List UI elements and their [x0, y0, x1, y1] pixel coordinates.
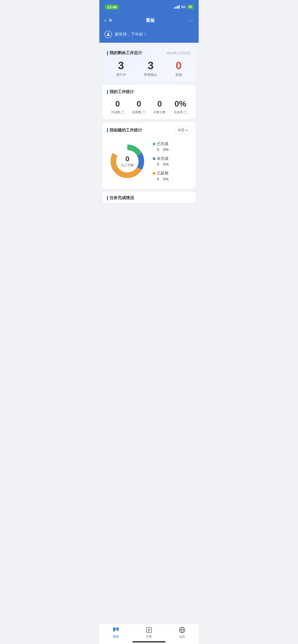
created-stats-card: 我创建的工作统计 今日 ▼ 0 — [102, 122, 196, 189]
summary-card: 我的剩余工作总计 2023年11月03日 3 进行中 3 即将截止 0 延期 — [102, 46, 196, 82]
status-bar: 13:49 5G 45 — [99, 0, 199, 13]
legend-overdue-name: 已延期 — [157, 171, 168, 176]
work-stats-row: 0 完成数 ? 0 延期数 ? 0 回复次数 0% — [107, 99, 191, 114]
summary-card-header: 我的剩余工作总计 2023年11月03日 — [107, 50, 191, 56]
in-progress-count: 3 — [118, 60, 124, 71]
completion-rate-label: 完成率 ? — [174, 110, 187, 114]
legend-completed: 已完成 0 0% — [153, 141, 169, 152]
stat-in-progress: 3 进行中 — [116, 60, 126, 77]
overdue-work-count: 0 — [137, 99, 141, 109]
legend-section: 已完成 0 0% 未完成 0 0% — [153, 141, 169, 181]
title-bar-accent — [107, 51, 108, 55]
upcoming-count: 3 — [148, 60, 154, 71]
filter-pill[interactable]: 今日 ▼ — [175, 127, 191, 134]
stat-upcoming: 3 即将截止 — [144, 60, 157, 77]
completed-legend-count: 0 — [157, 147, 159, 152]
greeting-text: 谢世伟，下午好！ — [115, 32, 147, 37]
created-stats-header: 我创建的工作统计 今日 ▼ — [107, 127, 191, 134]
overdue-count: 0 — [176, 60, 182, 71]
work-stats-card: 我的工作统计 0 完成数 ? 0 延期数 ? 0 回复次数 — [102, 85, 196, 119]
network-label: 5G — [181, 5, 185, 9]
stat-overdue: 0 延期 — [175, 60, 182, 77]
legend-completed-name: 已完成 — [157, 141, 168, 146]
work-stat-replies: 0 回复次数 — [154, 99, 166, 114]
greeting-bar: 谢世伟，下午好！ — [99, 28, 199, 43]
incomplete-legend-pct: 0% — [163, 162, 169, 166]
task-completion-card: 任务完成情况 — [102, 192, 196, 203]
title-bar-accent-2 — [107, 90, 108, 94]
donut-chart: 0 总工作数 — [107, 141, 148, 182]
summary-stats-row: 3 进行中 3 即将截止 0 延期 — [107, 60, 191, 77]
completed-dot — [153, 143, 155, 145]
work-stat-overdue: 0 延期数 ? — [132, 99, 145, 114]
upcoming-label: 即将截止 — [144, 72, 157, 77]
work-stats-header: 我的工作统计 — [107, 89, 191, 95]
chart-section: 0 总工作数 已完成 0 0% — [107, 138, 191, 184]
donut-label: 总工作数 — [121, 163, 134, 168]
title-bar-accent-3 — [107, 128, 108, 133]
created-stats-title: 我创建的工作统计 — [107, 128, 142, 133]
status-time: 13:49 — [104, 4, 119, 10]
overdue-help-icon[interactable]: ? — [142, 111, 145, 114]
completed-help-icon[interactable]: ? — [121, 111, 124, 114]
work-stat-completed: 0 完成数 ? — [111, 99, 124, 114]
main-content: 我的剩余工作总计 2023年11月03日 3 进行中 3 即将截止 0 延期 我… — [99, 43, 199, 223]
svg-point-0 — [107, 33, 109, 34]
donut-center: 0 总工作数 — [121, 155, 134, 168]
overdue-dot — [153, 172, 155, 175]
completed-count: 0 — [115, 99, 120, 109]
work-stats-title: 我的工作统计 — [107, 89, 134, 95]
status-right: 5G 45 — [174, 5, 194, 9]
signal-bars — [174, 5, 180, 9]
completed-legend-pct: 0% — [163, 147, 169, 152]
battery-indicator: 45 — [187, 5, 194, 9]
user-avatar-icon — [104, 31, 112, 38]
completion-rate-value: 0% — [174, 99, 186, 109]
replies-count: 0 — [157, 99, 162, 109]
overdue-legend-pct: 0% — [163, 177, 169, 181]
page-title: 看板 — [113, 17, 188, 23]
back-button[interactable]: ‹ — [104, 17, 106, 24]
work-stat-completion-rate: 0% 完成率 ? — [174, 99, 187, 114]
donut-total: 0 — [121, 155, 134, 163]
overdue-label: 延期 — [175, 72, 182, 77]
summary-card-title: 我的剩余工作总计 — [107, 50, 142, 56]
legend-overdue: 已延期 0 0% — [153, 171, 169, 181]
replies-label: 回复次数 — [154, 110, 166, 114]
title-bar-accent-4 — [107, 196, 108, 200]
close-button[interactable]: ✕ — [108, 17, 113, 23]
header: ‹ ✕ 看板 ··· — [99, 13, 199, 28]
completed-label: 完成数 ? — [111, 110, 124, 114]
more-button[interactable]: ··· — [188, 18, 194, 23]
summary-date: 2023年11月03日 — [166, 51, 191, 55]
incomplete-dot — [153, 157, 155, 160]
rate-help-icon[interactable]: ? — [183, 111, 187, 114]
overdue-legend-count: 0 — [157, 177, 159, 181]
chevron-down-icon: ▼ — [186, 129, 188, 132]
legend-incomplete-name: 未完成 — [157, 156, 168, 161]
task-completion-title: 任务完成情况 — [107, 195, 191, 201]
incomplete-legend-count: 0 — [157, 162, 159, 166]
overdue-work-label: 延期数 ? — [132, 110, 145, 114]
in-progress-label: 进行中 — [116, 72, 126, 77]
legend-incomplete: 未完成 0 0% — [153, 156, 169, 166]
